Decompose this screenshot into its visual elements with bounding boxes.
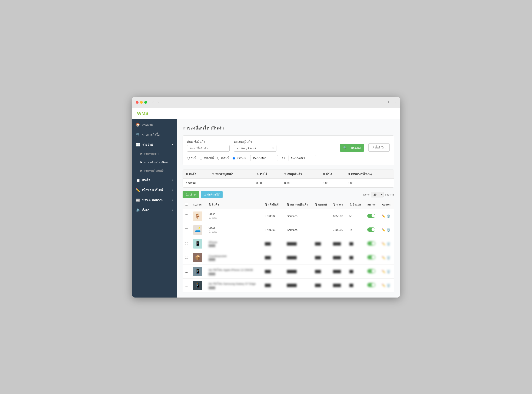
select-all-checkbox[interactable] — [185, 203, 188, 206]
close-button[interactable] — [136, 101, 138, 104]
sidebar-group-content[interactable]: ✏️ เนื้อหา & ดีไซน์ › — [132, 185, 177, 195]
row-checkbox[interactable] — [185, 214, 188, 217]
search-input[interactable] — [187, 145, 230, 152]
maximize-button[interactable] — [144, 101, 147, 104]
edit-button[interactable]: ✏️ — [382, 242, 385, 246]
sidebar-group-news[interactable]: 📰 ข่าว & บทความ › — [132, 195, 177, 205]
date-from-input[interactable] — [250, 155, 278, 161]
product-thumbnail: 🛋️ — [193, 225, 202, 235]
excel-button[interactable]: อิ,นเ,ธิ่เจก — [182, 191, 199, 198]
date-to-input[interactable] — [289, 155, 316, 161]
product-info: 0002 ใน 1300 — [208, 212, 260, 220]
per-page-control: แสดง 10 25 50 100 รายการ — [363, 192, 394, 197]
row-checkbox[interactable] — [185, 242, 188, 245]
action-buttons: ✏️ 🗑️ — [382, 284, 391, 287]
sidebar-group-settings-label: ตั้งค่า — [142, 208, 149, 213]
product-brand: ███ — [315, 256, 321, 259]
row-checkbox[interactable] — [185, 270, 188, 273]
edit-button[interactable]: ✏️ — [382, 270, 385, 273]
status-toggle[interactable] — [367, 241, 375, 246]
radio-week[interactable]: สัปดาห์นี้ — [200, 156, 214, 160]
minimize-button[interactable] — [140, 101, 143, 104]
edit-button[interactable]: ✏️ — [382, 214, 385, 218]
product-price: ████ — [333, 270, 341, 273]
category-select[interactable]: หมวดหมู่ทั้งหมด — [234, 145, 276, 152]
sidebar-item-inventory-report[interactable]: รายงานวิวสินค้า — [132, 166, 177, 175]
sidebar-item-inventory-report-label: รายงานวิวสินค้า — [144, 168, 164, 173]
row-code-cell: FN:0002 — [262, 209, 284, 223]
sort-icon-margin[interactable]: ⇅ — [348, 172, 350, 176]
status-toggle[interactable] — [367, 283, 375, 287]
news-icon: 📰 — [136, 198, 140, 202]
delete-button[interactable]: 🗑️ — [387, 270, 390, 273]
reset-button[interactable]: ↺ ตั้งค่าใหม่ — [368, 143, 390, 152]
status-toggle[interactable] — [367, 214, 375, 218]
delete-button[interactable]: 🗑️ — [387, 284, 390, 287]
sort-icon-revenue[interactable]: ⇅ — [256, 172, 259, 176]
row-checkbox[interactable] — [185, 256, 188, 259]
sidebar-item-sales-report[interactable]: รายงานขาย — [132, 150, 177, 158]
radio-today-input[interactable] — [187, 157, 190, 160]
sidebar-item-orders[interactable]: 🛒 รายการสั่งซื้อ — [132, 130, 177, 140]
sort-icon-cat[interactable]: ⇅ — [287, 203, 289, 206]
table-body: 🪑 0002 ใน 1300 FN:0002 Services 6950.00 — [182, 209, 394, 292]
row-checkbox[interactable] — [185, 228, 188, 231]
sidebar-item-dashboard[interactable]: 🏠 ภาพรวม — [132, 120, 177, 130]
sort-icon-code[interactable]: ⇅ — [265, 203, 267, 206]
delete-button[interactable]: 🗑️ — [387, 228, 390, 232]
product-code: ███ — [265, 256, 271, 259]
forward-button[interactable]: › — [156, 100, 160, 105]
print-button-label: พิมพ์รายได้ — [207, 193, 220, 196]
edit-button[interactable]: ✏️ — [382, 228, 385, 232]
table-row: 📱 สมาร์ทโฟน Samsung Galaxy S7 Edge ████ … — [182, 278, 394, 292]
sort-icon-category[interactable]: ⇅ — [212, 172, 214, 176]
sort-icon-profit[interactable]: ⇅ — [323, 172, 325, 176]
edit-button[interactable]: ✏️ — [382, 284, 385, 287]
sort-icon-name[interactable]: ⇅ — [208, 203, 211, 206]
row-category-cell: Services — [284, 223, 312, 237]
print-button[interactable]: 🖨 พิมพ์รายได้ — [201, 191, 223, 198]
radio-range[interactable]: ช่วงวันที่ — [233, 156, 246, 160]
row-status-cell — [365, 223, 379, 237]
product-info: Counterpocket ████ — [208, 254, 260, 261]
sort-icon-brand[interactable]: ⇅ — [315, 203, 317, 206]
per-page-select[interactable]: 10 25 50 100 — [371, 192, 384, 197]
product-sku: ใน 1200 — [208, 230, 260, 234]
product-code: ███ — [265, 270, 271, 273]
radio-range-input[interactable] — [233, 157, 235, 160]
search-label: ค้นหาชื่อสินค้า — [187, 140, 230, 144]
summary-table: ⇅ สินค้า ⇅ หมวดหมู่สินค้า ⇅ รายได้ — [183, 170, 394, 187]
sidebar-group-settings[interactable]: ⚙️ ตั้งค่า › — [132, 205, 177, 215]
row-category-cell: █████ — [284, 278, 312, 292]
radio-today[interactable]: วันนี้ — [187, 156, 196, 160]
row-checkbox[interactable] — [185, 284, 188, 286]
radio-month[interactable]: เดือนนี้ — [217, 156, 229, 160]
app-header: WMS — [132, 108, 400, 119]
row-status-cell — [365, 237, 379, 251]
status-toggle[interactable] — [367, 228, 375, 232]
sidebar-item-movement[interactable]: การเคลื่อนไหวสินค้า — [132, 158, 177, 166]
delete-button[interactable]: 🗑️ — [387, 256, 390, 259]
sort-icon-product[interactable]: ⇅ — [186, 172, 188, 176]
product-thumbnail: 📱 — [193, 239, 202, 249]
delete-button[interactable]: 🗑️ — [387, 214, 390, 218]
radio-week-input[interactable] — [200, 157, 202, 160]
windows-icon[interactable]: ▭ — [393, 100, 396, 104]
back-button[interactable]: ‹ — [151, 100, 155, 105]
status-toggle[interactable] — [367, 255, 375, 259]
filter-button[interactable]: 🔍 กดกรองผล — [340, 144, 364, 152]
th-cost: ⇅ ต้นทุนสินค้า — [281, 170, 320, 179]
sort-icon-qty[interactable]: ⇅ — [350, 203, 352, 206]
sort-icon-price[interactable]: ⇅ — [333, 203, 335, 206]
edit-button[interactable]: ✏️ — [382, 256, 385, 259]
product-qty: 14 — [350, 228, 352, 232]
new-tab-icon[interactable]: + — [387, 100, 390, 104]
sidebar-group-reports[interactable]: 📊 รายงาน ▾ — [132, 140, 177, 150]
row-brand-cell — [312, 223, 330, 237]
sidebar-group-products[interactable]: ▦ สินค้า › — [132, 175, 177, 185]
delete-button[interactable]: 🗑️ — [387, 242, 390, 246]
date-radio-group: วันนี้ สัปดาห์นี้ เดือนนี้ — [187, 156, 246, 160]
radio-month-input[interactable] — [217, 157, 220, 160]
sort-icon-cost[interactable]: ⇅ — [284, 172, 286, 176]
status-toggle[interactable] — [367, 269, 375, 273]
